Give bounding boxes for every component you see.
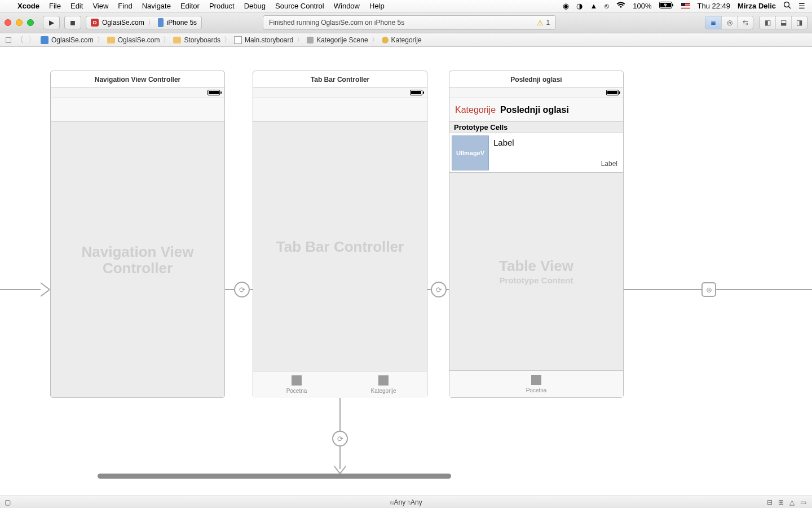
tab-item-kategorije[interactable]: Kategorije <box>340 371 427 398</box>
stop-button[interactable]: ◼ <box>64 16 81 29</box>
notification-center-icon[interactable]: ☰ <box>798 2 805 10</box>
drive-icon[interactable]: ▲ <box>590 2 597 10</box>
tab-bar: Pocetna <box>449 370 623 397</box>
back-button[interactable]: 〈 <box>14 35 26 45</box>
close-window-button[interactable] <box>5 19 11 26</box>
initial-vc-arrow[interactable] <box>0 277 50 302</box>
segue-line <box>339 398 341 432</box>
toggle-debug-button[interactable]: ⬓ <box>775 16 791 29</box>
forward-button[interactable]: 〉 <box>26 35 38 45</box>
assistant-editor-button[interactable]: ◎ <box>721 16 737 29</box>
menu-source-control[interactable]: Source Control <box>275 2 324 10</box>
user-name[interactable]: Mirza Delic <box>738 2 776 10</box>
navigation-bar <box>51 98 224 122</box>
battery-percent: 100% <box>633 2 651 10</box>
status-icon[interactable]: ◑ <box>576 2 582 10</box>
horizontal-scrollbar[interactable] <box>98 474 451 479</box>
storyboard-canvas[interactable]: Navigation View Controller Navigation Vi… <box>0 47 812 496</box>
folder-icon <box>173 37 181 43</box>
standard-editor-button[interactable]: ≣ <box>705 16 721 29</box>
app-menu[interactable]: Xcode <box>17 2 39 10</box>
status-text: Finished running OglasiSe.com on iPhone … <box>269 19 404 27</box>
tab-item-pocetna[interactable]: Pocetna <box>449 371 623 397</box>
tab-item-pocetna[interactable]: Pocetna <box>253 371 340 398</box>
svg-rect-1 <box>672 4 673 7</box>
document-outline-toggle[interactable]: ▢ <box>0 498 11 506</box>
scheme-device-name: iPhone 5s <box>167 19 197 27</box>
svg-point-3 <box>784 2 789 7</box>
wifi-icon[interactable] <box>616 2 625 10</box>
pin-button[interactable]: ⊞ <box>778 498 784 506</box>
tab-bar: Pocetna Kategorije <box>253 371 427 398</box>
resolve-button[interactable]: △ <box>789 498 795 506</box>
viber-icon[interactable]: ◉ <box>563 2 569 10</box>
navigation-bar <box>253 98 427 122</box>
cell-label-2[interactable]: Label <box>601 160 617 168</box>
resize-button[interactable]: ▭ <box>800 498 806 506</box>
scene-poslednji-oglasi[interactable]: Poslednji oglasi Kategorije Poslednji og… <box>449 71 624 398</box>
crumb-scene[interactable]: Kategorije Scene <box>304 36 370 44</box>
svg-line-4 <box>789 7 791 9</box>
minimize-window-button[interactable] <box>16 19 23 26</box>
status-bar <box>51 88 224 98</box>
menu-help[interactable]: Help <box>369 2 385 10</box>
menu-file[interactable]: File <box>49 2 61 10</box>
scene-title: Tab Bar Controller <box>253 71 427 88</box>
segue-exit-node[interactable]: ⊕ <box>701 282 716 297</box>
run-button[interactable]: ▶ <box>43 16 60 29</box>
toggle-navigator-button[interactable]: ◧ <box>760 16 775 29</box>
jump-bar: 〈 〉 OglasiSe.com 〉 OglasiSe.com 〉 Storyb… <box>0 33 812 47</box>
crumb-group[interactable]: OglasiSe.com <box>105 36 162 44</box>
segue-node[interactable]: ⟳ <box>234 282 250 297</box>
xcode-toolbar: ▶ ◼ O OglasiSe.com 〉 iPhone 5s Finished … <box>0 12 812 33</box>
prototype-cell[interactable]: UIImageV Label Label <box>449 133 623 173</box>
input-flag-icon[interactable] <box>681 3 690 9</box>
menu-edit[interactable]: Edit <box>70 2 83 10</box>
version-editor-button[interactable]: ⇆ <box>737 16 753 29</box>
scheme-app-name: OglasiSe.com <box>102 19 144 27</box>
activity-status: Finished running OglasiSe.com on iPhone … <box>263 15 556 30</box>
scene-tab-bar-controller[interactable]: Tab Bar Controller Tab Bar Controller Po… <box>253 71 427 398</box>
panel-group: ◧ ⬓ ◨ <box>759 16 807 29</box>
align-button[interactable]: ⊟ <box>767 498 773 506</box>
warning-icon: ⚠ <box>537 19 544 27</box>
clock[interactable]: Thu 22:49 <box>698 2 731 10</box>
crumb-file[interactable]: Main.storyboard <box>232 36 295 44</box>
size-class-control[interactable]: wAny hAny <box>390 498 422 506</box>
issues-indicator[interactable]: ⚠ 1 <box>537 19 550 27</box>
zoom-window-button[interactable] <box>27 19 34 26</box>
nav-back-button[interactable]: Kategorije <box>455 105 496 115</box>
scheme-selector[interactable]: O OglasiSe.com 〉 iPhone 5s <box>86 16 202 29</box>
spotlight-icon[interactable] <box>783 1 791 11</box>
placeholder-text: Tab Bar Controller <box>253 238 427 255</box>
segue-node[interactable]: ⟳ <box>332 431 348 446</box>
chevron-right-icon: 〉 <box>148 18 155 28</box>
battery-icon <box>606 90 619 95</box>
menu-product[interactable]: Product <box>209 2 235 10</box>
image-view[interactable]: UIImageV <box>452 135 489 170</box>
placeholder-text: Table View Prototype Content <box>449 258 623 285</box>
window-controls <box>5 19 34 26</box>
crumb-project[interactable]: OglasiSe.com <box>38 36 96 44</box>
crumb-storyboards[interactable]: Storyboards <box>171 36 223 44</box>
tab-icon <box>378 375 389 386</box>
toggle-utilities-button[interactable]: ◨ <box>791 16 807 29</box>
scene-title: Poslednji oglasi <box>449 71 623 88</box>
scene-navigation-controller[interactable]: Navigation View Controller Navigation Vi… <box>50 71 225 398</box>
menu-window[interactable]: Window <box>334 2 360 10</box>
status-bar <box>449 88 623 98</box>
segue-node[interactable]: ⟳ <box>431 282 447 297</box>
menu-navigate[interactable]: Navigate <box>142 2 171 10</box>
sync-icon[interactable]: ⎋ <box>604 2 609 10</box>
folder-icon <box>107 37 115 43</box>
status-bar <box>253 88 427 98</box>
related-items-button[interactable] <box>3 37 14 43</box>
cell-label-1[interactable]: Label <box>493 138 616 147</box>
menu-view[interactable]: View <box>92 2 108 10</box>
scene-icon <box>307 37 314 43</box>
prototype-cells-header: Prototype Cells <box>449 122 623 133</box>
menu-find[interactable]: Find <box>118 2 132 10</box>
crumb-item[interactable]: Kategorije <box>379 36 424 44</box>
menu-editor[interactable]: Editor <box>180 2 200 10</box>
menu-debug[interactable]: Debug <box>244 2 266 10</box>
